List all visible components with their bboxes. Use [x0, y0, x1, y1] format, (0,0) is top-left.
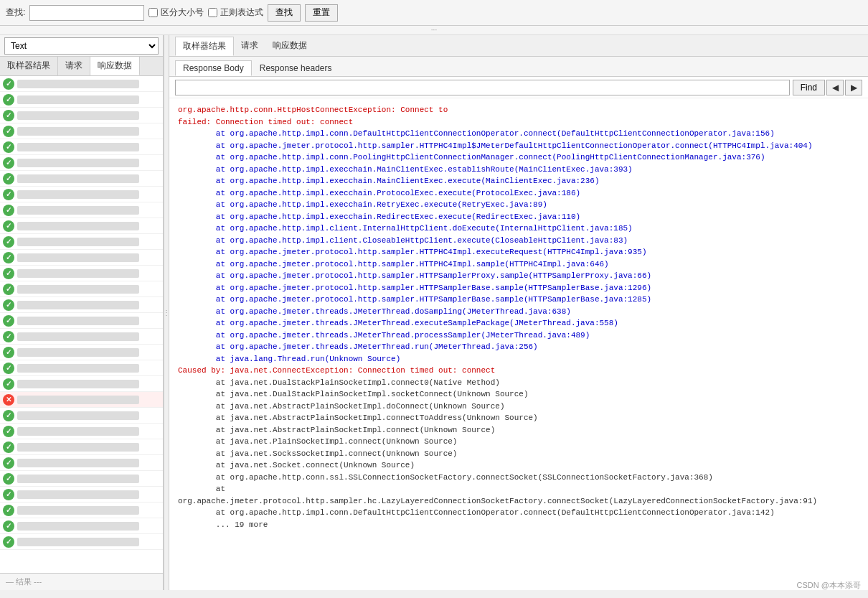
- regex-group: 正则表达式: [208, 6, 263, 19]
- item-label: [17, 538, 139, 546]
- item-label: [17, 222, 139, 230]
- list-item[interactable]: [0, 139, 163, 155]
- item-label: [17, 143, 139, 151]
- success-icon: [3, 473, 14, 485]
- regex-checkbox[interactable]: [208, 8, 217, 17]
- left-panel-header: Text: [0, 35, 163, 57]
- item-label: [17, 285, 139, 294]
- success-icon: [3, 252, 14, 263]
- item-label: [17, 317, 139, 325]
- success-icon: [3, 410, 14, 421]
- item-label: [17, 443, 139, 452]
- list-item[interactable]: [0, 281, 163, 297]
- item-label: [17, 159, 139, 167]
- success-icon: [3, 189, 14, 200]
- list-item[interactable]: [0, 92, 163, 108]
- item-label: [17, 396, 139, 404]
- case-sensitive-checkbox[interactable]: [148, 8, 158, 17]
- item-label: [17, 301, 139, 309]
- list-item[interactable]: [0, 329, 163, 345]
- list-item[interactable]: [0, 123, 163, 139]
- item-label: [17, 111, 139, 120]
- success-icon: [3, 284, 14, 295]
- item-label: [17, 206, 139, 215]
- item-label: [17, 427, 139, 436]
- main-layout: Text 取样器结果 请求 响应数据 — 结果 --- ⋮ 取样器结果 请求 响…: [0, 35, 868, 590]
- list-item[interactable]: [0, 487, 163, 503]
- list-item[interactable]: [0, 424, 163, 439]
- top-divider: ···: [0, 26, 868, 35]
- list-item[interactable]: [0, 218, 163, 234]
- tab-response-data[interactable]: 响应数据: [90, 57, 140, 75]
- list-item[interactable]: [0, 171, 163, 187]
- list-item[interactable]: [0, 187, 163, 202]
- item-label: [17, 411, 139, 420]
- list-item[interactable]: [0, 503, 163, 518]
- list-item[interactable]: [0, 439, 163, 455]
- success-icon: [3, 520, 14, 532]
- item-label: [17, 269, 139, 278]
- success-icon: [3, 457, 14, 469]
- success-icon: [3, 489, 14, 500]
- response-headers-tab[interactable]: Response headers: [252, 60, 340, 76]
- list-item[interactable]: [0, 202, 163, 218]
- watermark: CSDN @本本添哥: [797, 580, 861, 591]
- item-label: [17, 174, 139, 183]
- tab-request[interactable]: 请求: [58, 57, 90, 75]
- list-item[interactable]: [0, 155, 163, 171]
- item-label: [17, 332, 139, 341]
- list-item[interactable]: [0, 234, 163, 250]
- response-find-button[interactable]: Find: [793, 80, 825, 95]
- item-label: [17, 95, 139, 104]
- list-item[interactable]: [0, 534, 163, 550]
- tab-request-right[interactable]: 请求: [234, 37, 265, 55]
- success-icon: [3, 378, 14, 390]
- list-item[interactable]: [0, 76, 163, 92]
- success-icon: [3, 110, 14, 121]
- item-label: [17, 475, 139, 483]
- list-item[interactable]: [0, 471, 163, 487]
- response-search-input[interactable]: [175, 80, 790, 95]
- list-item[interactable]: [0, 313, 163, 329]
- format-dropdown[interactable]: Text: [4, 37, 159, 55]
- success-icon: [3, 331, 14, 342]
- list-item[interactable]: [0, 266, 163, 281]
- resize-handle[interactable]: ⋮: [164, 35, 169, 590]
- success-icon: [3, 78, 14, 90]
- list-item[interactable]: [0, 376, 163, 392]
- item-label: [17, 506, 139, 515]
- tab-sampler-result-right[interactable]: 取样器结果: [175, 37, 234, 56]
- left-panel: Text 取样器结果 请求 响应数据 — 结果 ---: [0, 35, 164, 590]
- right-panel: 取样器结果 请求 响应数据 Response Body Response hea…: [169, 35, 868, 590]
- success-icon: [3, 141, 14, 153]
- list-item[interactable]: [0, 392, 163, 408]
- response-body-tab[interactable]: Response Body: [175, 60, 252, 76]
- prev-button[interactable]: ◀: [826, 80, 844, 95]
- list-item[interactable]: [0, 108, 163, 123]
- item-label: [17, 190, 139, 199]
- search-input[interactable]: [29, 5, 144, 21]
- list-item[interactable]: [0, 360, 163, 376]
- case-sensitive-label: 区分大小号: [161, 6, 204, 19]
- error-icon: [3, 394, 14, 406]
- case-sensitive-group: 区分大小号: [148, 6, 204, 19]
- success-icon: [3, 426, 14, 437]
- success-icon: [3, 363, 14, 374]
- success-icon: [3, 347, 14, 358]
- next-button[interactable]: ▶: [845, 80, 862, 95]
- list-item[interactable]: [0, 408, 163, 424]
- list-item[interactable]: [0, 345, 163, 360]
- reset-button[interactable]: 重置: [305, 4, 338, 22]
- find-button[interactable]: 查找: [268, 4, 301, 22]
- tab-response-data-right[interactable]: 响应数据: [265, 37, 314, 55]
- left-panel-tabs: 取样器结果 请求 响应数据: [0, 57, 163, 76]
- list-item[interactable]: [0, 518, 163, 534]
- tab-sampler-result[interactable]: 取样器结果: [0, 57, 58, 75]
- response-search-row: Find ◀ ▶: [169, 77, 868, 98]
- list-item[interactable]: [0, 250, 163, 266]
- left-bottom-bar: — 结果 ---: [0, 573, 163, 590]
- success-icon: [3, 126, 14, 137]
- list-item[interactable]: [0, 455, 163, 471]
- response-content: org.apache.http.conn.HttpHostConnectExce…: [169, 98, 868, 590]
- list-item[interactable]: [0, 297, 163, 313]
